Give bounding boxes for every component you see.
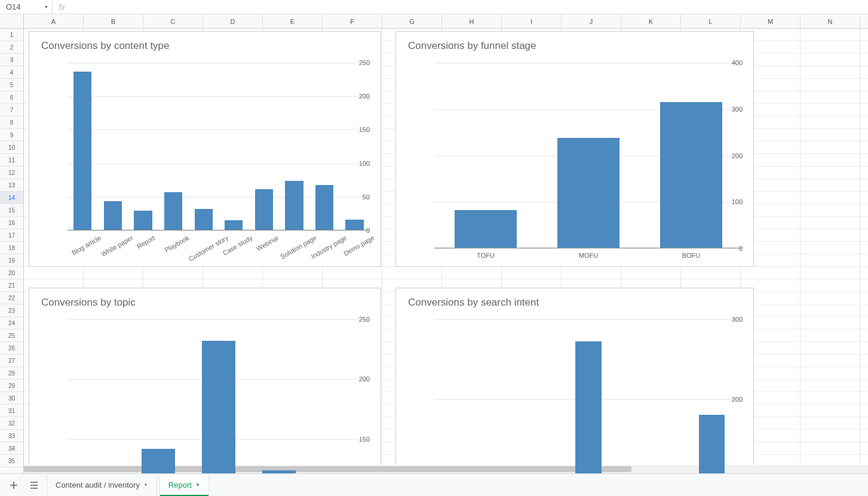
bar[interactable] — [225, 220, 243, 230]
x-tick-label: BOFU — [682, 252, 701, 259]
x-tick-label: MOFU — [579, 252, 598, 259]
column-header[interactable]: L — [681, 14, 741, 28]
bar[interactable] — [575, 341, 601, 473]
x-tick-label: Demo page — [342, 234, 375, 257]
cells-area[interactable]: Conversions by content type 050100150200… — [24, 29, 868, 473]
row-header[interactable]: 31 — [0, 405, 23, 417]
row-header[interactable]: 35 — [0, 455, 23, 467]
bar[interactable] — [262, 470, 296, 473]
bar[interactable] — [255, 189, 273, 230]
name-box-dropdown-icon[interactable]: ▼ — [44, 5, 52, 9]
row-header[interactable]: 12 — [0, 167, 23, 179]
bar[interactable] — [699, 415, 725, 473]
row-header[interactable]: 15 — [0, 204, 23, 217]
chart-content-type[interactable]: Conversions by content type 050100150200… — [29, 31, 381, 267]
row-header[interactable]: 32 — [0, 417, 23, 430]
row-header[interactable]: 13 — [0, 179, 23, 192]
column-header[interactable]: J — [562, 14, 621, 28]
row-header[interactable]: 18 — [0, 242, 23, 254]
x-tick-label: Customer story — [187, 234, 229, 263]
bar[interactable] — [134, 211, 152, 230]
row-header[interactable]: 9 — [0, 129, 23, 141]
bar[interactable] — [73, 72, 91, 230]
name-box-input[interactable] — [2, 1, 44, 13]
row-header[interactable]: 7 — [0, 104, 23, 116]
column-header[interactable]: E — [263, 14, 323, 28]
row-header[interactable]: 33 — [0, 430, 23, 442]
sheet-tab-bar: Content audit / inventory ▼ Report ▼ — [0, 473, 868, 496]
bar[interactable] — [164, 192, 182, 230]
row-header[interactable]: 8 — [0, 116, 23, 129]
row-header[interactable]: 22 — [0, 292, 23, 304]
x-tick-label: Report — [136, 234, 157, 250]
tab-dropdown-icon[interactable]: ▼ — [195, 482, 200, 488]
row-header[interactable]: 21 — [0, 279, 23, 292]
row-header[interactable]: 11 — [0, 154, 23, 167]
bar[interactable] — [104, 201, 122, 230]
row-header[interactable]: 20 — [0, 267, 23, 279]
chart-plot: 0100200300400TOFUMOFUBOFU — [434, 63, 743, 248]
column-header[interactable]: M — [741, 14, 800, 28]
row-header[interactable]: 30 — [0, 392, 23, 405]
row-header[interactable]: 16 — [0, 217, 23, 229]
column-header[interactable]: H — [442, 14, 502, 28]
row-header[interactable]: 26 — [0, 342, 23, 355]
bar[interactable] — [557, 138, 619, 248]
row-header[interactable]: 14 — [0, 192, 23, 204]
row-header[interactable]: 3 — [0, 54, 23, 66]
all-sheets-button[interactable] — [24, 476, 44, 494]
row-header[interactable]: 1 — [0, 29, 23, 41]
row-header[interactable]: 5 — [0, 79, 23, 91]
row-header[interactable]: 29 — [0, 380, 23, 392]
select-all-corner[interactable] — [0, 14, 24, 28]
row-header[interactable]: 10 — [0, 141, 23, 154]
column-header[interactable]: N — [800, 14, 860, 28]
chart-topic[interactable]: Conversions by topic 50100150200250 — [29, 288, 381, 473]
row-header[interactable]: 25 — [0, 329, 23, 342]
row-header[interactable]: 23 — [0, 304, 23, 317]
row-headers-col: 1234567891011121314151617181920212223242… — [0, 29, 24, 473]
bar[interactable] — [660, 102, 722, 248]
row-header[interactable]: 27 — [0, 355, 23, 367]
row-header[interactable]: 2 — [0, 41, 23, 54]
x-tick-label: Playbook — [164, 234, 191, 254]
row-header[interactable]: 6 — [0, 91, 23, 104]
column-header[interactable]: D — [203, 14, 263, 28]
chart-search-intent[interactable]: Conversions by search intent 100200300 — [395, 288, 754, 473]
bar[interactable] — [315, 185, 333, 230]
bar[interactable] — [455, 210, 516, 248]
bar[interactable] — [195, 209, 213, 230]
fx-label: fx — [52, 0, 71, 14]
bar[interactable] — [345, 220, 363, 230]
column-header[interactable]: B — [84, 14, 143, 28]
row-header[interactable]: 28 — [0, 367, 23, 380]
bar[interactable] — [285, 181, 303, 230]
row-header[interactable]: 34 — [0, 442, 23, 455]
row-header[interactable]: 24 — [0, 317, 23, 329]
x-tick-label: White paper — [100, 234, 134, 258]
chart-title: Conversions by topic — [41, 297, 136, 309]
row-header[interactable]: 17 — [0, 229, 23, 242]
column-header[interactable]: G — [382, 14, 442, 28]
column-header[interactable]: I — [502, 14, 562, 28]
bar[interactable] — [142, 449, 175, 473]
chart-funnel-stage[interactable]: Conversions by funnel stage 010020030040… — [395, 31, 754, 267]
tab-report[interactable]: Report ▼ — [160, 475, 209, 496]
bar[interactable] — [202, 341, 235, 473]
chart-plot: 050100150200250Blog articleWhite paperRe… — [68, 63, 370, 230]
row-header[interactable]: 4 — [0, 66, 23, 79]
tab-label: Content audit / inventory — [56, 480, 140, 489]
formula-input[interactable] — [71, 1, 868, 13]
row-header[interactable]: 19 — [0, 254, 23, 267]
column-header[interactable]: K — [621, 14, 681, 28]
column-header[interactable]: F — [323, 14, 382, 28]
x-tick-label: TOFU — [477, 252, 495, 259]
column-headers-row: ABCDEFGHIJKLMN — [0, 14, 868, 29]
add-sheet-button[interactable] — [4, 476, 24, 494]
column-header[interactable]: C — [143, 14, 203, 28]
tab-dropdown-icon[interactable]: ▼ — [143, 482, 148, 488]
tab-content-audit[interactable]: Content audit / inventory ▼ — [47, 475, 157, 496]
x-tick-label: Webinar — [255, 234, 280, 252]
column-header[interactable]: A — [24, 14, 84, 28]
x-tick-label: Blog article — [70, 234, 102, 257]
